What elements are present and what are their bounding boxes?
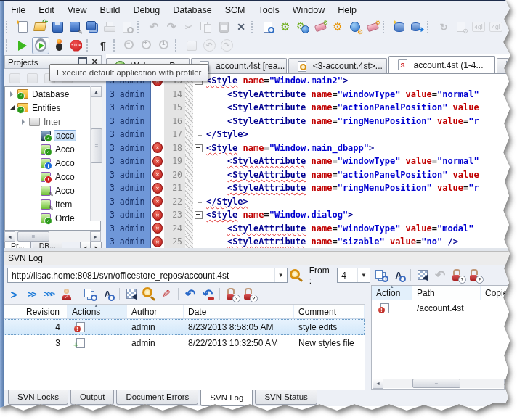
code-line-24[interactable]: 3 admin24 <StyleAttribute name="windowTy… xyxy=(106,222,517,236)
scroll-right-icon[interactable]: ► xyxy=(504,379,515,389)
paths-column-header-action[interactable]: Action xyxy=(372,286,412,300)
clean-icon[interactable] xyxy=(312,20,328,35)
from-revision-combobox[interactable]: 4 ▼ xyxy=(337,268,370,283)
chevron-down-icon[interactable]: ▼ xyxy=(357,268,370,282)
release-lock-icon[interactable]: ? xyxy=(241,287,257,302)
log-table-row[interactable]: 3admin8/22/2013 10:32:50 AMNew styles fi… xyxy=(4,335,365,351)
tree-item-acco[interactable]: Acco xyxy=(5,142,100,156)
tree-item-database[interactable]: Database xyxy=(5,87,100,101)
expander-collapsed-icon[interactable] xyxy=(20,119,27,125)
menu-item-edit[interactable]: Edit xyxy=(32,4,61,17)
expander-expanded-icon[interactable] xyxy=(8,105,15,110)
code-line-25[interactable]: 3 admin25 <StyleAttribute name="sizable"… xyxy=(106,235,517,249)
menu-item-file[interactable]: File xyxy=(4,4,32,17)
get-lock-icon[interactable]: ? xyxy=(224,287,240,302)
code-line-18[interactable]: 3 admin18<Style name="Window.main_dbapp"… xyxy=(106,141,517,155)
rebuild-icon[interactable] xyxy=(330,20,346,35)
repository-url-combobox[interactable]: http://lisac.home:8081/svn/officestore_r… xyxy=(7,268,288,283)
profile-icon[interactable] xyxy=(32,37,49,54)
log-column-header-comment[interactable]: Comment xyxy=(294,305,365,318)
stop-icon[interactable] xyxy=(68,38,84,53)
vscrollbar-thumb[interactable]: ≡ xyxy=(91,128,102,163)
save-icon[interactable] xyxy=(49,20,65,35)
code-editor[interactable]: 3 admin13<Style name="Window.main2">3 ad… xyxy=(106,73,517,249)
paths-table-row[interactable]: /account.4st xyxy=(372,300,516,316)
paths-steal-lock-icon[interactable]: ? xyxy=(467,268,483,283)
paths-hscrollbar[interactable]: ◄ ≡ ► xyxy=(373,379,515,388)
editor-tab-4[interactable]: account.4st (1-4... xyxy=(388,56,495,73)
scroll-up-icon[interactable]: ▲ xyxy=(91,86,102,97)
annotate-icon[interactable] xyxy=(99,287,115,302)
tree-item-entities[interactable]: Entities xyxy=(5,101,100,115)
hscrollbar-thumb[interactable]: ≡ xyxy=(412,379,460,388)
menu-item-tools[interactable]: Tools xyxy=(252,4,286,17)
save-as-icon[interactable] xyxy=(67,20,83,35)
bottom-tab-svn-status[interactable]: SVN Status xyxy=(255,390,317,405)
rebuild-all-icon[interactable] xyxy=(347,20,363,35)
log-table-row[interactable]: 4admin8/23/2013 8:58:05 AMstyle edits xyxy=(4,319,365,335)
menu-item-build[interactable]: Build xyxy=(94,4,127,17)
bottom-tab-document-errors[interactable]: Document Errors xyxy=(116,390,198,405)
find-in-files-icon[interactable] xyxy=(260,20,276,35)
code-line-14[interactable]: 3 admin14 <StyleAttribute name="windowTy… xyxy=(106,88,517,102)
new-database-icon[interactable] xyxy=(391,20,407,35)
hscrollbar-thumb[interactable]: ≡ xyxy=(17,231,49,242)
tree-item-acco[interactable]: Acco xyxy=(5,184,100,197)
search-repository-icon[interactable] xyxy=(141,287,157,302)
debug-icon[interactable] xyxy=(51,38,67,53)
code-line-22[interactable]: 3 admin22</Style> xyxy=(106,195,517,209)
next-revision-icon[interactable] xyxy=(6,287,22,302)
expander-collapsed-icon[interactable] xyxy=(8,91,15,97)
diff-icon[interactable] xyxy=(82,287,98,302)
menu-item-debug[interactable]: Debug xyxy=(126,4,166,17)
log-column-header-author[interactable]: Author xyxy=(127,305,184,318)
open-file-icon[interactable] xyxy=(32,20,48,35)
editor-tab-5[interactable] xyxy=(497,58,516,73)
paths-diff-icon[interactable] xyxy=(373,268,389,283)
projects-tree-hscrollbar[interactable]: ◄ ≡ ► xyxy=(4,231,101,242)
code-line-17[interactable]: 3 admin17</Style> xyxy=(106,128,517,141)
scroll-right-icon[interactable]: ► xyxy=(90,231,101,242)
clean-all-icon[interactable] xyxy=(365,20,380,35)
tree-item-acco[interactable]: Acco xyxy=(5,170,100,184)
menu-item-window[interactable]: Window xyxy=(286,4,331,17)
menu-item-view[interactable]: View xyxy=(61,4,94,17)
fold-margin[interactable] xyxy=(193,141,203,155)
log-column-header-date[interactable]: Date xyxy=(184,305,294,318)
run-icon[interactable] xyxy=(15,38,30,53)
bottom-tab-output[interactable]: Output xyxy=(70,390,115,405)
code-line-21[interactable]: 3 admin21 <StyleAttribute name="ringMenu… xyxy=(106,181,517,195)
code-line-16[interactable]: 3 admin16 <StyleAttribute name="ringMenu… xyxy=(106,115,517,128)
tree-item-item[interactable]: Item xyxy=(5,197,100,211)
bottom-tab-svn-locks[interactable]: SVN Locks xyxy=(8,390,68,405)
build-all-icon[interactable] xyxy=(295,20,311,35)
tree-item-acco[interactable]: Acco xyxy=(5,156,100,170)
paths-annotate-icon[interactable] xyxy=(391,268,407,283)
import-database-icon[interactable] xyxy=(409,20,425,35)
tree-item-inter[interactable]: Inter xyxy=(5,115,100,128)
code-line-19[interactable]: 3 admin19 <StyleAttribute name="windowTy… xyxy=(106,155,517,168)
code-line-23[interactable]: 3 admin23<Style name="Window.dialog"> xyxy=(106,208,517,222)
scroll-left-icon[interactable]: ◄ xyxy=(373,379,383,389)
log-column-header-actions[interactable]: Actions xyxy=(68,305,127,318)
fold-collapse-icon[interactable] xyxy=(195,211,203,219)
paths-column-header-copied[interactable]: Copied xyxy=(481,286,516,300)
next-10-revisions-icon[interactable] xyxy=(23,287,39,302)
paths-column-header-path[interactable]: Path xyxy=(412,286,481,300)
svn-pane-splitter[interactable] xyxy=(365,285,371,390)
paths-lock-icon[interactable]: ? xyxy=(449,268,465,283)
delete-icon[interactable] xyxy=(233,20,249,35)
formfeed-icon[interactable] xyxy=(95,38,111,53)
tree-item-orde[interactable]: Orde xyxy=(5,211,100,225)
projects-tree-vscrollbar[interactable]: ▲ ≡ xyxy=(90,86,102,221)
undo-changes-icon[interactable] xyxy=(182,287,198,302)
build-icon[interactable] xyxy=(277,20,293,35)
tree-item-acco[interactable]: acco xyxy=(5,128,100,142)
menu-item-scm[interactable]: SCM xyxy=(219,4,252,17)
menu-item-help[interactable]: Help xyxy=(331,4,363,17)
fold-collapse-icon[interactable] xyxy=(195,144,203,152)
paths-select-icon[interactable] xyxy=(415,268,431,283)
log-column-header-revision[interactable]: Revision xyxy=(4,305,68,318)
search-revision-icon[interactable] xyxy=(288,268,304,283)
menu-item-database[interactable]: Database xyxy=(166,4,219,17)
